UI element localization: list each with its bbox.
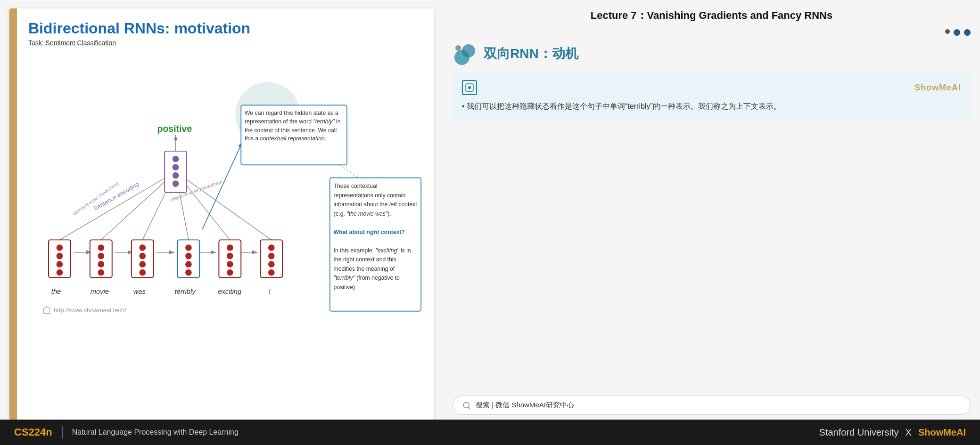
svg-point-56 xyxy=(268,269,275,276)
chinese-title: 双向RNN：动机 xyxy=(484,45,578,63)
nav-dot-3[interactable] xyxy=(964,29,971,36)
search-icon xyxy=(462,401,471,410)
section-icon xyxy=(453,42,477,65)
svg-point-75 xyxy=(463,402,469,408)
svg-point-44 xyxy=(185,253,192,259)
right-panel: Lecture 7：Vanishing Gradients and Fancy … xyxy=(443,0,980,420)
svg-line-76 xyxy=(468,407,469,408)
svg-point-60 xyxy=(173,172,179,179)
svg-point-30 xyxy=(57,261,63,267)
svg-point-45 xyxy=(185,261,192,267)
university-name: Stanford University xyxy=(819,427,899,438)
svg-point-58 xyxy=(173,156,179,162)
svg-point-55 xyxy=(268,261,275,267)
lecture-title: Lecture 7：Vanishing Gradients and Fancy … xyxy=(453,0,971,29)
course-code: CS224n xyxy=(14,426,52,438)
showmeai-logo-icon xyxy=(462,80,477,95)
nav-dot-1[interactable] xyxy=(945,29,950,34)
showmeai-logo-row: ShowMeAI xyxy=(462,80,961,95)
svg-point-31 xyxy=(57,269,63,276)
diagram-svg: positive Sentence encoding element-wise … xyxy=(28,56,424,320)
showmeai-bottom-brand: ShowMeAI xyxy=(918,427,966,438)
chinese-title-bar: 双向RNN：动机 xyxy=(453,42,971,65)
svg-point-54 xyxy=(268,253,275,259)
svg-point-28 xyxy=(57,244,63,251)
bottom-bar: CS224n Natural Language Processing with … xyxy=(0,420,980,445)
svg-point-48 xyxy=(227,244,233,251)
search-text: 搜索 | 微信 ShowMeAI研究中心 xyxy=(476,401,574,410)
diagram-area: positive Sentence encoding element-wise … xyxy=(28,56,424,320)
svg-point-51 xyxy=(227,269,233,276)
showmeai-brand: ShowMeAI xyxy=(914,83,961,93)
svg-point-33 xyxy=(98,244,104,251)
slide-left-bar xyxy=(9,8,17,420)
svg-point-39 xyxy=(139,253,146,259)
nav-dot-2[interactable] xyxy=(954,29,960,36)
svg-point-59 xyxy=(173,164,179,170)
slide-url: http://www.showmeai.tech/ xyxy=(42,306,126,314)
svg-point-34 xyxy=(98,253,104,259)
svg-point-71 xyxy=(462,44,475,57)
svg-point-41 xyxy=(139,269,146,276)
svg-point-38 xyxy=(139,244,146,251)
x-separator: X xyxy=(906,427,912,438)
svg-point-53 xyxy=(268,244,275,251)
slide-panel: Bidirectional RNNs: motivation Task: Sen… xyxy=(9,8,434,420)
slide-content: Bidirectional RNNs: motivation Task: Sen… xyxy=(17,8,434,420)
svg-text:!: ! xyxy=(269,288,271,295)
svg-point-61 xyxy=(173,180,179,187)
spacer xyxy=(453,130,971,396)
svg-text:positive: positive xyxy=(157,123,192,134)
svg-point-72 xyxy=(455,45,461,51)
svg-text:exciting: exciting xyxy=(218,288,241,295)
svg-text:terribly: terribly xyxy=(175,288,197,295)
svg-point-49 xyxy=(227,253,233,259)
course-name: Natural Language Processing with Deep Le… xyxy=(72,428,239,437)
svg-line-19 xyxy=(176,172,272,240)
slide-subtitle: Task: Sentiment Classification xyxy=(28,39,424,47)
bottom-left: CS224n Natural Language Processing with … xyxy=(14,426,239,439)
svg-point-50 xyxy=(227,261,233,267)
search-bar[interactable]: 搜索 | 微信 ShowMeAI研究中心 xyxy=(453,396,971,415)
svg-point-36 xyxy=(98,269,104,276)
svg-text:movie: movie xyxy=(91,288,109,295)
svg-point-35 xyxy=(98,261,104,267)
nav-dots xyxy=(453,29,971,36)
slide-title: Bidirectional RNNs: motivation xyxy=(28,20,424,37)
svg-point-74 xyxy=(468,86,471,89)
divider xyxy=(62,426,63,439)
svg-text:was: was xyxy=(133,288,146,295)
svg-point-43 xyxy=(185,244,192,251)
svg-point-46 xyxy=(185,269,192,276)
main-area: Bidirectional RNNs: motivation Task: Sen… xyxy=(0,0,980,420)
svg-point-40 xyxy=(139,261,146,267)
svg-text:the: the xyxy=(51,288,61,295)
showmeai-bullet-text: • 我们可以把这种隐藏状态看作是这个句子中单词“terribly”的一种表示。我… xyxy=(462,100,961,113)
showmeai-card: ShowMeAI • 我们可以把这种隐藏状态看作是这个句子中单词“terribl… xyxy=(453,73,971,121)
bottom-right: Stanford University X ShowMeAI xyxy=(819,427,966,438)
svg-point-29 xyxy=(57,253,63,259)
